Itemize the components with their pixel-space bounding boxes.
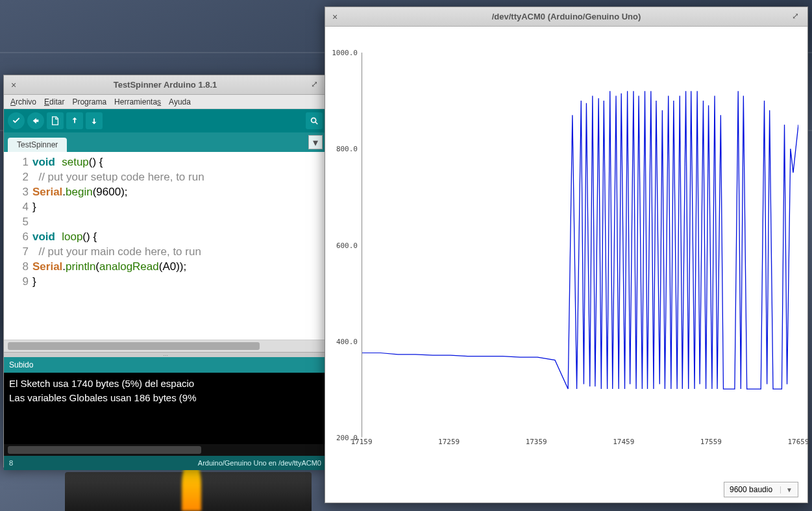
splitter[interactable]: ⋯ xyxy=(4,352,326,357)
open-button[interactable] xyxy=(66,112,83,129)
close-icon[interactable]: × xyxy=(8,79,19,91)
menu-archivo[interactable]: Archivo xyxy=(6,97,40,106)
plot-area: 1000.0 800.0 600.0 400.0 200.0 17159 172… xyxy=(325,27,807,477)
code-area[interactable]: void setup() { // put your setup code he… xyxy=(31,152,326,340)
arduino-ide-window: × TestSpinner Arduino 1.8.1 ⤢ Archivo Ed… xyxy=(3,75,327,467)
board-port: Arduino/Genuino Uno en /dev/ttyACM0 xyxy=(198,459,321,467)
upload-button[interactable] xyxy=(27,112,44,129)
chevron-down-icon: ▼ xyxy=(780,486,793,493)
save-button[interactable] xyxy=(86,112,103,129)
ide-titlebar[interactable]: × TestSpinner Arduino 1.8.1 ⤢ xyxy=(4,75,326,95)
svg-point-0 xyxy=(312,118,316,123)
tab-bar: TestSpinner ▾ xyxy=(4,132,326,152)
code-editor[interactable]: 1 2 3 4 5 6 7 8 9 void setup() { // put … xyxy=(4,152,326,340)
plotter-footer: 9600 baudio ▼ xyxy=(325,477,807,503)
new-button[interactable] xyxy=(47,112,64,129)
output-console[interactable]: El Sketch usa 1740 bytes (5%) del espaci… xyxy=(4,373,326,444)
menu-editar[interactable]: Editar xyxy=(40,97,68,106)
serial-monitor-button[interactable] xyxy=(306,112,323,129)
serial-plotter-window: × /dev/ttyACM0 (Arduino/Genuino Uno) ⤢ 1… xyxy=(325,6,808,503)
ide-title: TestSpinner Arduino 1.8.1 xyxy=(19,80,311,90)
menu-bar: Archivo Editar Programa Herramientas Ayu… xyxy=(4,95,326,109)
menu-ayuda[interactable]: Ayuda xyxy=(165,97,195,106)
x-axis: 17159 17259 17359 17459 17559 17659 xyxy=(362,438,798,451)
editor-h-scrollbar[interactable] xyxy=(4,340,326,352)
plotter-title: /dev/ttyACM0 (Arduino/Genuino Uno) xyxy=(341,12,792,21)
cursor-line: 8 xyxy=(9,459,13,467)
tab-sketch[interactable]: TestSpinner xyxy=(8,138,67,152)
chart-canvas xyxy=(362,53,798,438)
menu-herramientas[interactable]: Herramientas xyxy=(110,97,165,106)
menu-programa[interactable]: Programa xyxy=(68,97,110,106)
toolbar xyxy=(4,109,326,132)
plotter-titlebar[interactable]: × /dev/ttyACM0 (Arduino/Genuino Uno) ⤢ xyxy=(325,7,807,27)
baud-rate-select[interactable]: 9600 baudio ▼ xyxy=(724,482,798,497)
status-bar: 8 Arduino/Genuino Uno en /dev/ttyACM0 xyxy=(4,456,326,470)
y-axis: 1000.0 800.0 600.0 400.0 200.0 xyxy=(325,53,362,438)
line-gutter: 1 2 3 4 5 6 7 8 9 xyxy=(4,152,31,340)
console-h-scrollbar[interactable] xyxy=(4,444,326,456)
maximize-icon[interactable]: ⤢ xyxy=(311,79,323,91)
close-icon[interactable]: × xyxy=(329,11,341,23)
build-status: Subido xyxy=(4,357,326,373)
maximize-icon[interactable]: ⤢ xyxy=(792,11,804,23)
verify-button[interactable] xyxy=(8,112,25,129)
tab-dropdown-icon[interactable]: ▾ xyxy=(308,135,323,149)
